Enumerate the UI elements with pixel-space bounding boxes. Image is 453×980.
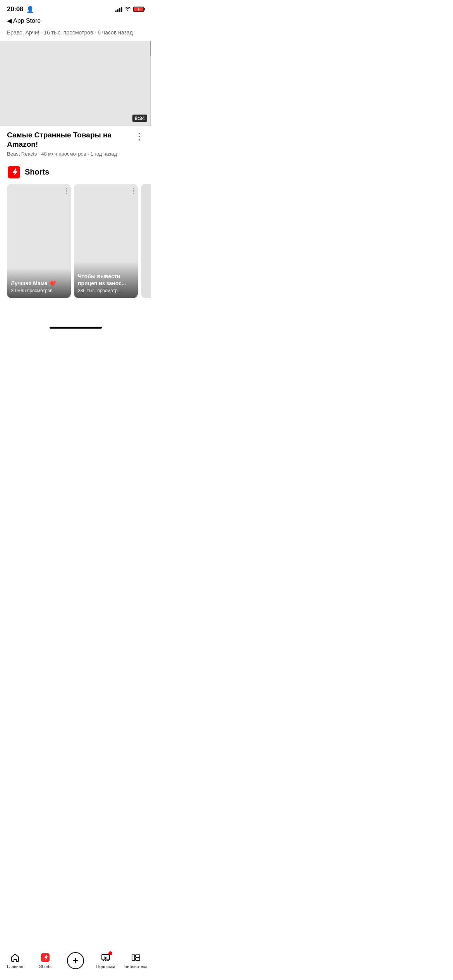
back-nav-label: App Store	[13, 17, 41, 24]
scroll-indicator	[150, 41, 151, 126]
scroll-thumb	[150, 41, 151, 56]
dot-icon	[133, 193, 134, 194]
short-card-overlay: Лучшая Мама ❤️ 20 млн просмотров	[7, 268, 71, 298]
status-time: 20:08 👤	[7, 5, 34, 13]
back-nav[interactable]: ◀ App Store	[0, 15, 151, 27]
person-icon: 👤	[26, 6, 34, 13]
home-indicator	[50, 327, 102, 329]
video-thumbnail[interactable]: 8:34	[0, 41, 151, 126]
short-menu-button[interactable]	[133, 188, 134, 194]
dot-icon	[66, 193, 67, 194]
video-info: Самые Странные Товары на Amazon! Beast R…	[0, 126, 151, 161]
shorts-header: Shorts	[0, 165, 151, 184]
video-subtitle: Браво, Арчи! · 16 тыс. просмотров · 6 ча…	[0, 27, 151, 41]
battery-icon: 9	[133, 7, 144, 12]
status-bar: 20:08 👤 9	[0, 0, 151, 15]
shorts-row: Лучшая Мама ❤️ 20 млн просмотров Чтобы в…	[0, 184, 151, 298]
dot-icon	[133, 190, 134, 192]
short-card-title: Чтобы вывести прицеп из занос...	[78, 273, 134, 287]
dot-icon	[139, 139, 140, 140]
shorts-section: Shorts Лучшая Мама ❤️ 20 млн просмотров	[0, 161, 151, 298]
shorts-title: Shorts	[25, 168, 49, 176]
dot-icon	[139, 133, 140, 134]
short-card-overlay: Чтобы вывести прицеп из занос... 286 тыс…	[74, 261, 138, 298]
shorts-logo-icon	[7, 165, 21, 179]
video-text-block: Самые Странные Товары на Amazon! Beast R…	[7, 130, 135, 157]
dot-icon	[139, 136, 140, 137]
back-arrow-icon: ◀	[7, 17, 12, 24]
dot-icon	[66, 188, 67, 189]
status-right: 9	[115, 6, 144, 12]
dot-icon	[66, 190, 67, 192]
short-card[interactable]: Лучшая Мама ❤️ 20 млн просмотров	[7, 184, 71, 298]
video-duration-badge: 8:34	[132, 115, 147, 122]
short-card-views: 286 тыс. просмотр...	[78, 288, 134, 293]
short-card-title: Лучшая Мама ❤️	[11, 280, 67, 287]
short-card-views: 20 млн просмотров	[11, 288, 67, 293]
video-meta: Beast Reacts · 48 млн просмотров · 1 год…	[7, 151, 135, 157]
wifi-icon	[125, 6, 131, 12]
dot-icon	[133, 188, 134, 189]
short-card-partial[interactable]	[141, 184, 151, 298]
video-more-options-button[interactable]	[135, 132, 144, 141]
signal-bars-icon	[115, 7, 122, 12]
video-title: Самые Странные Товары на Amazon!	[7, 130, 131, 149]
short-menu-button[interactable]	[66, 188, 67, 194]
short-card[interactable]: Чтобы вывести прицеп из занос... 286 тыс…	[74, 184, 138, 298]
